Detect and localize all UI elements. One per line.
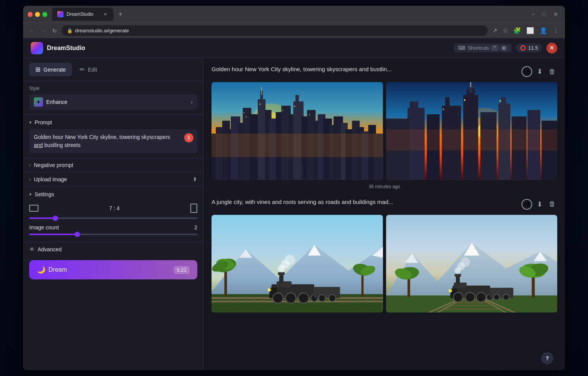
generation-header-2: A jungle city, with vines and roots serv…	[212, 199, 557, 210]
svg-rect-104	[348, 297, 350, 303]
dream-button[interactable]: 🌙 Dream 5.21	[29, 260, 197, 279]
upload-left: › Upload image	[29, 176, 67, 182]
address-bar: ← → ↻ 🔒 dreamstudio.ai/generate ↗ ☆ 🧩 ⬜ …	[23, 23, 565, 38]
prompt-chevron-icon: ▾	[29, 120, 32, 125]
minimize-window-button[interactable]	[35, 12, 40, 17]
svg-rect-90	[229, 297, 230, 303]
minimize-icon[interactable]: −	[529, 10, 537, 18]
svg-rect-22	[295, 95, 299, 106]
sidebar-toggle-icon[interactable]: ⬜	[525, 25, 536, 36]
svg-rect-68	[464, 99, 465, 101]
image-count-slider-track[interactable]	[29, 234, 197, 235]
landscape-ar-icon[interactable]	[29, 205, 38, 212]
svg-point-115	[298, 293, 309, 303]
timestamp-1: 36 minutes ago	[212, 184, 557, 189]
reload-button[interactable]: ↻	[51, 26, 58, 35]
prompt-text: Golden hour New York City skyline, tower…	[34, 133, 193, 149]
svg-rect-45	[243, 165, 251, 180]
delete-button-2[interactable]: 🗑	[547, 199, 557, 210]
bookmark-icon[interactable]: ☆	[501, 25, 510, 36]
prompt-section-header[interactable]: ▾ Prompt	[29, 119, 197, 125]
image-count-slider-thumb[interactable]	[75, 232, 80, 237]
edit-icon: ✏	[80, 66, 85, 73]
svg-rect-93	[254, 297, 255, 303]
help-button[interactable]: ?	[541, 352, 553, 364]
advanced-section[interactable]: 👁 Advanced	[23, 242, 203, 256]
negative-chevron-icon: ›	[29, 162, 31, 168]
generation-header-1: Golden hour New York City skyline, tower…	[212, 66, 557, 77]
generation-group-1: Golden hour New York City skyline, tower…	[212, 66, 557, 189]
svg-point-158	[493, 294, 500, 300]
sidebar-item-generate[interactable]: ⊞ Generate	[29, 63, 72, 76]
redo-button-2[interactable]: ↺	[521, 199, 532, 210]
svg-rect-69	[500, 100, 501, 102]
style-section: Style ✦ Enhance ›	[23, 81, 203, 115]
maximize-window-button[interactable]	[42, 12, 47, 17]
maximize-icon[interactable]: □	[540, 10, 548, 18]
active-tab[interactable]: DreamStudio ✕	[52, 8, 113, 21]
credits-value: 11.5	[528, 45, 538, 51]
generation-prompt-1: Golden hour New York City skyline, tower…	[212, 66, 521, 72]
style-selector[interactable]: ✦ Enhance ›	[29, 94, 197, 110]
svg-rect-38	[244, 112, 245, 113]
kbd-k: K	[501, 45, 507, 51]
generated-image-3[interactable]	[212, 215, 383, 313]
style-left: ✦ Enhance	[34, 97, 67, 107]
generation-group-2: A jungle city, with vines and roots serv…	[212, 199, 557, 313]
address-input[interactable]: 🔒 dreamstudio.ai/generate	[62, 25, 488, 36]
svg-point-120	[268, 288, 271, 291]
sidebar-item-edit[interactable]: ✏ Edit	[73, 63, 103, 76]
aspect-ratio-value: 7 : 4	[109, 205, 120, 211]
back-button[interactable]: ←	[28, 26, 36, 35]
credits-display: ⭕ 11.5	[516, 43, 542, 52]
gen-actions-1: ↺ ⬇ 🗑	[521, 66, 557, 77]
shortcuts-button[interactable]: ⌨ Shortcuts ⌃ K	[454, 43, 511, 52]
download-button-2[interactable]: ⬇	[535, 199, 544, 210]
tab-favicon	[57, 11, 63, 17]
close-icon[interactable]: ✕	[551, 10, 560, 18]
svg-point-123	[329, 294, 336, 301]
svg-point-149	[453, 292, 463, 302]
portrait-ar-icon[interactable]	[190, 204, 197, 213]
svg-point-159	[503, 294, 509, 300]
redo-button-1[interactable]: ↺	[521, 66, 532, 77]
lock-icon: 🔒	[67, 28, 73, 33]
svg-rect-148	[455, 274, 461, 277]
prompt-input-area[interactable]: Golden hour New York City skyline, tower…	[29, 129, 197, 153]
address-actions: ↗ ☆ 🧩 ⬜ 👤 ⋮	[491, 25, 560, 36]
new-tab-button[interactable]: +	[115, 9, 126, 20]
sidebar: ⊞ Generate ✏ Edit Style ✦ Enhance	[23, 58, 204, 370]
image-count-value: 2	[194, 224, 197, 231]
svg-point-151	[476, 292, 486, 302]
svg-rect-43	[309, 114, 310, 115]
settings-section: ▾ Settings 7 : 4	[23, 187, 203, 242]
svg-rect-105	[357, 297, 358, 303]
negative-prompt-header[interactable]: › Negative prompt	[29, 162, 197, 168]
user-avatar[interactable]: R	[546, 43, 557, 53]
generate-icon: ⊞	[35, 66, 40, 73]
app-outer: DreamStudio ⌨ Shortcuts ⌃ K ⭕ 11.5 R	[23, 38, 565, 370]
generated-image-1[interactable]	[212, 82, 383, 180]
svg-rect-41	[294, 106, 295, 107]
delete-button-1[interactable]: 🗑	[547, 66, 557, 77]
image-count-slider-fill	[29, 234, 76, 235]
extensions-icon[interactable]: 🧩	[512, 25, 523, 36]
download-button-1[interactable]: ⬇	[535, 66, 544, 77]
images-grid-2	[212, 215, 557, 313]
slider-thumb[interactable]	[53, 216, 58, 221]
svg-rect-70	[443, 109, 444, 110]
main-content: Golden hour New York City skyline, tower…	[204, 58, 565, 370]
close-window-button[interactable]	[28, 12, 33, 17]
prompt-section-title: Prompt	[35, 119, 52, 125]
generated-image-4[interactable]	[386, 215, 558, 313]
profile-icon[interactable]: 👤	[538, 25, 549, 36]
tab-close-button[interactable]: ✕	[102, 11, 108, 17]
upload-image-section[interactable]: › Upload image ⬆	[23, 172, 203, 187]
settings-header[interactable]: ▾ Settings	[29, 191, 197, 197]
menu-icon[interactable]: ⋮	[551, 25, 560, 36]
forward-button[interactable]: →	[39, 26, 48, 35]
share-icon[interactable]: ↗	[491, 25, 499, 36]
svg-point-156	[448, 289, 452, 292]
aspect-ratio-slider-track[interactable]	[29, 217, 197, 219]
generated-image-2[interactable]	[386, 82, 558, 180]
